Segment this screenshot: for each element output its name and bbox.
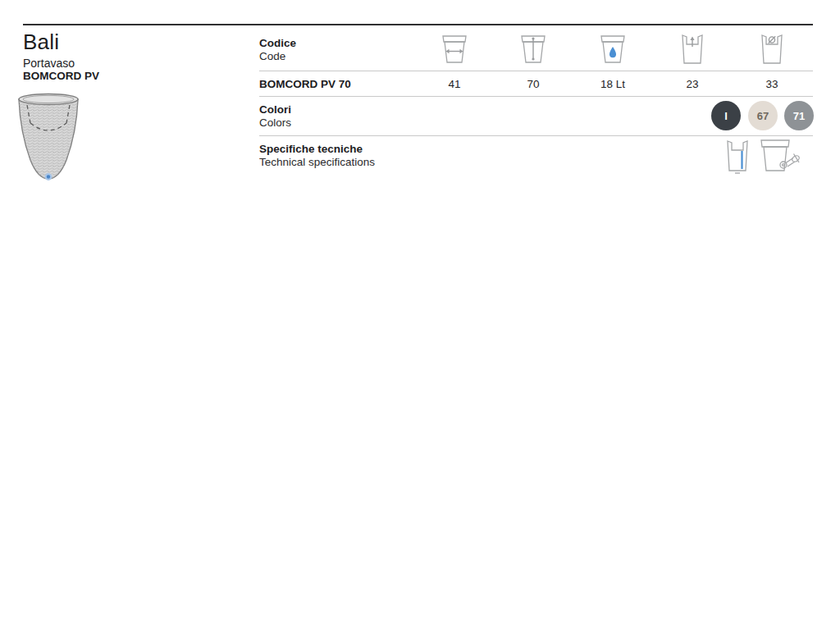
pot-height-icon <box>517 32 550 66</box>
code-header-en: Code <box>259 50 296 63</box>
color-swatch: 71 <box>784 101 814 130</box>
diameter-glyph <box>769 36 775 43</box>
product-code-label: BOMCORD PV <box>23 70 99 82</box>
page-title: Bali <box>23 30 59 55</box>
colors-header-en: Colors <box>259 116 291 130</box>
product-type-label: Portavaso <box>23 57 75 70</box>
product-image <box>16 92 80 182</box>
water-drop-glyph <box>609 47 616 57</box>
catalog-page: Bali Portavaso BOMCORD PV <box>0 0 840 630</box>
colors-header: Colori Colors <box>259 103 291 130</box>
value-capacity: 18 Lt <box>588 78 637 90</box>
pot-drain-valve-icon <box>757 137 808 176</box>
pot-width-icon <box>438 32 471 66</box>
specs-header-it: Specifiche tecniche <box>259 143 375 156</box>
top-divider <box>23 24 813 25</box>
code-header: Codice Code <box>259 37 296 63</box>
specs-header: Specifiche tecniche Technical specificat… <box>259 143 375 169</box>
colors-header-it: Colori <box>259 103 291 116</box>
value-liner-diameter: 33 <box>747 78 797 90</box>
color-swatch: 67 <box>748 101 778 130</box>
specs-header-en: Technical specifications <box>259 156 375 169</box>
liner-water-level-icon <box>722 138 753 176</box>
code-row-label: BOMCORD PV 70 <box>259 78 351 90</box>
liner-height-icon <box>676 32 709 66</box>
pot-capacity-icon <box>596 32 629 66</box>
color-swatch: I <box>711 101 741 130</box>
header-divider <box>259 71 813 71</box>
colors-row-divider <box>259 135 813 136</box>
value-height: 70 <box>509 78 558 90</box>
value-liner-height: 23 <box>668 78 717 90</box>
liner-diameter-icon <box>756 32 788 66</box>
value-width: 41 <box>430 78 479 90</box>
code-row-divider <box>259 96 813 97</box>
drain-valve-glyph <box>780 154 801 169</box>
code-header-it: Codice <box>259 37 296 50</box>
woven-planter-sketch <box>16 92 80 182</box>
